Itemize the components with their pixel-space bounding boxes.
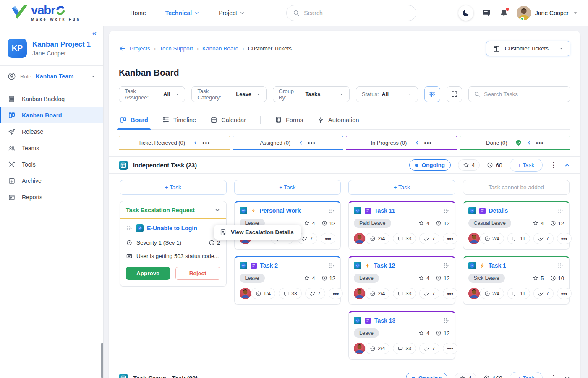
task-title[interactable]: Task 13 [374, 317, 395, 324]
task-card-task-13[interactable]: Task 13 Leave 4 12 [348, 311, 455, 360]
tab-timeline[interactable]: Timeline [162, 110, 196, 129]
dark-mode-toggle[interactable] [458, 5, 473, 21]
chevron-left-icon[interactable] [414, 140, 420, 146]
chevron-left-icon[interactable] [193, 140, 198, 146]
comments-chip[interactable]: 33 [393, 343, 416, 354]
filter-task-category[interactable]: Task Category: Leave [191, 86, 266, 102]
chevron-up-icon[interactable] [564, 162, 570, 168]
breadcrumb-tech-support[interactable]: Tech Support [159, 45, 193, 52]
sidebar-item-archive[interactable]: Archive [0, 172, 103, 189]
attachments-chip[interactable]: 7 [419, 288, 439, 299]
group-more-button[interactable]: ⋮ [550, 162, 557, 169]
chevron-left-icon[interactable] [526, 140, 532, 146]
nav-technical[interactable]: Technical [165, 10, 200, 16]
sidebar-item-teams[interactable]: Teams [0, 140, 103, 156]
drag-handle-icon[interactable] [126, 225, 133, 232]
checklist-chip[interactable]: 2/4 [480, 288, 504, 299]
task-title[interactable]: Task 12 [374, 262, 395, 269]
checklist-chip[interactable]: 2/4 [365, 343, 389, 354]
task-title[interactable]: Personal Work [260, 207, 301, 214]
attachments-chip[interactable]: 7 [533, 233, 554, 244]
task-card-task-12[interactable]: Task 12 Leave 4 12 [348, 256, 455, 305]
drag-handle-icon[interactable] [328, 262, 335, 269]
escalation-task-link[interactable]: E-Unable to Login [147, 225, 197, 232]
sidebar-collapse-button[interactable]: « [92, 29, 97, 38]
sidebar-item-kanban-backlog[interactable]: Kanban Backlog [0, 91, 103, 107]
attachments-chip[interactable]: 7 [533, 288, 554, 299]
context-menu-view-escalation[interactable]: View Escalation Details [214, 225, 301, 240]
column-more-button[interactable]: ••• [536, 140, 544, 146]
task-card-task-1[interactable]: Task 1 Sick Leave 5 10 [463, 256, 570, 305]
group-more-button[interactable]: ⋮ [550, 375, 557, 378]
vabro-logo[interactable]: vabr Make Work Fun [10, 4, 81, 22]
sidebar-item-release[interactable]: Release [0, 123, 103, 140]
tab-automation[interactable]: Automation [317, 110, 359, 129]
approve-button[interactable]: Approve [126, 267, 170, 280]
nav-project[interactable]: Project [219, 10, 245, 16]
add-task-button[interactable]: + Task [348, 180, 455, 195]
task-title[interactable]: Task 11 [374, 207, 395, 214]
comments-chip[interactable]: 33 [393, 233, 416, 244]
card-more-button[interactable]: ••• [329, 288, 343, 299]
search-input[interactable] [304, 10, 410, 16]
attachments-chip[interactable]: 7 [419, 343, 439, 354]
messages-button[interactable] [482, 8, 491, 18]
task-title[interactable]: Task 1 [489, 262, 507, 269]
tab-calendar[interactable]: Calendar [210, 110, 246, 129]
comments-chip[interactable]: 33 [279, 288, 302, 299]
checklist-chip[interactable]: 2/4 [365, 233, 389, 244]
comments-chip[interactable]: 33 [393, 288, 416, 299]
card-more-button[interactable]: ••• [443, 288, 457, 299]
card-more-button[interactable]: ••• [443, 233, 457, 244]
sidebar-scrollbar[interactable] [101, 343, 103, 378]
attachments-chip[interactable]: 7 [419, 233, 439, 244]
task-card-task-11[interactable]: Task 11 Paid Leave 4 12 [348, 201, 455, 250]
escalation-header[interactable]: Task Escalation Request [120, 201, 226, 219]
back-arrow-icon[interactable] [119, 45, 126, 52]
sidebar-item-tools[interactable]: Tools [0, 156, 103, 172]
user-menu[interactable]: Jane Cooper [517, 6, 578, 20]
filter-task-assignee[interactable]: Task Assignee: All [119, 86, 185, 102]
breadcrumb-kanban-board[interactable]: Kanban Board [202, 45, 238, 52]
drag-handle-icon[interactable] [443, 262, 450, 269]
drag-handle-icon[interactable] [443, 207, 450, 214]
role-selector[interactable]: Role Kanban Team [0, 66, 103, 87]
checklist-chip[interactable]: 2/4 [365, 288, 389, 299]
add-task-button[interactable]: + Task [120, 180, 227, 195]
escalation-card[interactable]: Task Escalation Request E-Unable to Logi… [120, 201, 227, 287]
column-more-button[interactable]: ••• [424, 140, 432, 146]
card-more-button[interactable]: ••• [321, 233, 335, 244]
tab-board[interactable]: Board [120, 110, 148, 129]
column-more-button[interactable]: ••• [308, 140, 316, 146]
notifications-button[interactable] [499, 8, 508, 17]
board-selector-dropdown[interactable]: Customer Tickets [486, 41, 570, 56]
group-add-task-button[interactable]: + Task [510, 372, 543, 378]
fullscreen-button[interactable] [447, 86, 462, 102]
breadcrumb-projects[interactable]: Projects [130, 45, 150, 52]
filter-group-by[interactable]: Group By: Tasks [273, 86, 350, 102]
task-card-details[interactable]: Details Casual Leave 4 12 [463, 201, 570, 250]
tab-forms[interactable]: Forms [275, 110, 303, 129]
task-search-input[interactable] [484, 91, 565, 97]
attachments-chip[interactable]: 7 [305, 288, 325, 299]
task-title[interactable]: Details [489, 207, 508, 214]
group-add-task-button[interactable]: + Task [510, 159, 543, 172]
add-task-button[interactable]: + Task [234, 180, 341, 195]
filter-settings-button[interactable] [424, 86, 440, 102]
nav-home[interactable]: Home [130, 10, 146, 16]
task-card-task-2[interactable]: Task 2 Leave 4 12 [234, 256, 341, 305]
task-title[interactable]: Task 2 [260, 262, 278, 269]
sidebar-item-reports[interactable]: Reports [0, 189, 103, 205]
card-more-button[interactable]: ••• [557, 288, 572, 299]
drag-handle-icon[interactable] [443, 317, 450, 324]
drag-handle-icon[interactable] [328, 207, 335, 214]
checklist-chip[interactable]: 1/4 [251, 288, 275, 299]
chevron-down-icon[interactable] [564, 375, 570, 378]
card-more-button[interactable]: ••• [443, 343, 457, 354]
chevron-left-icon[interactable] [298, 140, 303, 146]
project-header[interactable]: KP Kanban Project 1 Jane Cooper [0, 26, 103, 65]
column-more-button[interactable]: ••• [202, 140, 210, 146]
comments-chip[interactable]: 11 [507, 288, 530, 299]
comments-chip[interactable]: 11 [507, 233, 530, 244]
reject-button[interactable]: Reject [175, 267, 220, 280]
